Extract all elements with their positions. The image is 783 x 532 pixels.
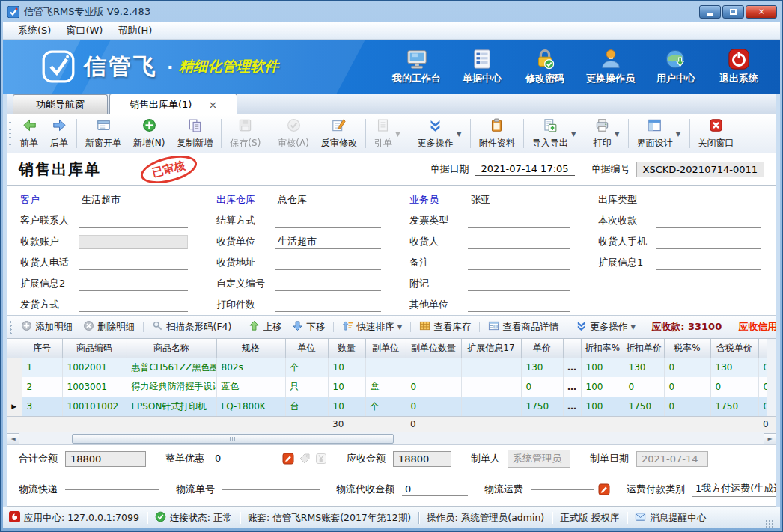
scrollbar-thumb[interactable] [72,434,394,444]
grid-cell[interactable]: 1750 [521,397,563,416]
grid-cell[interactable]: 0 [664,397,710,416]
field-客户[interactable]: 生活超市 [79,193,188,207]
table-row[interactable]: ▶3100101002EPSON针式打印机LQ-1800K台10个01750…1… [7,397,776,416]
grid-cell[interactable]: 100 [581,358,624,377]
grid-cell[interactable]: 0 [624,377,664,397]
grid-cell[interactable]: 100 [581,397,624,416]
grid-cell[interactable]: 10 [328,397,365,416]
grid-cell[interactable]: 100101002 [62,397,127,416]
toolbar-button-2[interactable]: 新窗开单 [79,114,127,153]
field-扩展信息1[interactable] [656,256,761,270]
detail-button-2[interactable]: 扫描条形码(F4) [147,318,237,336]
field-本次收款[interactable] [656,214,761,228]
toolbar-button-0[interactable]: 前单 [14,114,44,153]
field-出库类型[interactable] [656,193,761,207]
field-收货人手机[interactable] [656,235,761,249]
totals-field-整单优惠[interactable]: 0 [212,452,278,465]
logistics-field-物流快递[interactable] [65,488,159,490]
grid-cell[interactable]: 1750 [624,397,664,416]
grid-cell[interactable]: 0 [710,377,758,397]
grid-cell[interactable]: 130 [521,358,563,377]
toolbar-button-4[interactable]: 复制新增 [171,114,219,153]
grid-cell[interactable]: 1750 [710,397,758,416]
tab-sales-outbound[interactable]: 销售出库单(1) × [109,94,237,114]
price-ellipsis-button[interactable]: … [563,358,581,377]
doc-date-field[interactable]: 2021-07-14 17:05 [475,162,574,176]
tab-function-nav[interactable]: 功能导航窗 [13,94,108,114]
grid-cell[interactable]: 蓝色 [216,377,285,397]
brush-red-icon[interactable] [598,483,610,495]
toolbar-button-10[interactable]: 附件资料 [473,114,521,153]
detail-button-5[interactable]: 快速排序▼ [337,318,407,336]
grid-cell[interactable]: 10 [328,377,365,397]
maximize-button[interactable] [722,5,744,19]
scroll-right-arrow-icon[interactable]: ► [764,433,776,444]
price-ellipsis-button[interactable]: … [563,397,581,416]
menu-item-2[interactable]: 帮助(H) [110,22,159,39]
detail-button-6[interactable]: 查看库存 [414,318,476,336]
grid-cell[interactable] [461,358,521,377]
field-其他单位[interactable] [468,298,570,312]
field-备注[interactable] [468,256,570,270]
field-收款账户[interactable] [79,235,188,249]
tab-close-icon[interactable]: × [208,99,217,111]
toolbar-button-7[interactable]: 反审修改 [315,114,363,153]
banner-nav-lock[interactable]: 修改密码 [523,48,567,85]
grid-cell[interactable]: 个 [285,358,328,377]
detail-button-7[interactable]: 查看商品详情 [483,318,564,336]
banner-nav-globe[interactable]: 用户中心 [654,48,698,85]
grid-cell[interactable]: 0 [521,377,563,397]
grid-cell[interactable]: 130 [624,358,664,377]
detail-button-1[interactable]: 删除明细 [78,318,140,336]
detail-button-3[interactable]: 上移 [243,318,287,336]
toolbar-button-12[interactable]: 打印▼ [588,114,626,153]
close-button[interactable]: × [746,5,777,19]
banner-nav-power[interactable]: 退出系统 [717,48,761,85]
banner-nav-operator[interactable]: 更换操作员 [586,48,635,85]
grid-cell[interactable]: 惠普CH561ZZ黑色墨盒 [127,358,216,377]
grid-cell[interactable]: 1 [22,358,62,377]
logistics-field-物流运费[interactable] [531,488,594,490]
logistics-field-物流单号[interactable] [222,488,320,490]
grid-cell[interactable] [365,358,406,377]
menu-item-0[interactable]: 系统(S) [10,22,58,39]
field-扩展信息2[interactable] [79,277,188,291]
field-业务员[interactable]: 张亚 [468,193,570,207]
grid-cell[interactable]: 1003001 [62,377,127,397]
grid-cell[interactable]: 0 [664,377,710,397]
detail-button-0[interactable]: 添加明细 [16,318,78,336]
status-segment-5[interactable]: 消息提醒中心 [635,511,706,525]
field-收货人电话[interactable] [79,256,188,270]
field-收货人[interactable] [468,235,570,249]
grid-cell[interactable]: 130 [710,358,758,377]
field-自定义编号[interactable] [275,277,381,291]
brush-red-icon[interactable] [282,453,294,465]
detail-button-8[interactable]: 更多操作▼ [570,318,641,336]
grid-cell[interactable]: 100 [581,377,624,397]
field-客户联系人[interactable] [79,214,188,228]
table-row[interactable]: 21003001得力经典防滑握手设计蓝色只10盒00…1000000 [7,377,776,397]
menu-item-1[interactable]: 窗口(W) [58,22,110,39]
toolbar-button-14[interactable]: 关闭窗口 [692,114,740,153]
toolbar-button-1[interactable]: 后单 [44,114,74,153]
grid-cell[interactable]: 个 [365,397,406,416]
grid-cell[interactable] [461,377,521,397]
banner-nav-document-list[interactable]: 单据中心 [460,48,504,85]
grid-cell[interactable]: 台 [285,397,328,416]
grid-cell[interactable]: EPSON针式打印机 [127,397,216,416]
vertical-scrollbar[interactable] [767,339,776,416]
grid-cell[interactable]: 10 [328,358,365,377]
grid-cell[interactable]: 802s [216,358,285,377]
grid-cell[interactable]: 1002001 [62,358,127,377]
grid-cell[interactable]: 2 [22,377,62,397]
field-发货方式[interactable] [79,298,188,312]
banner-nav-monitor[interactable]: 我的工作台 [392,48,441,85]
price-ellipsis-button[interactable]: … [563,377,581,397]
grid-cell[interactable]: 0 [664,358,710,377]
field-附记[interactable] [468,277,570,291]
table-row[interactable]: 11002001惠普CH561ZZ黑色墨盒802s个10130…10013001… [7,358,776,377]
logistics-field-物流代收金额[interactable]: 0 [402,483,468,496]
grid-cell[interactable]: LQ-1800K [216,397,285,416]
field-打印件数[interactable] [275,298,381,312]
scroll-left-arrow-icon[interactable]: ◄ [7,433,19,444]
